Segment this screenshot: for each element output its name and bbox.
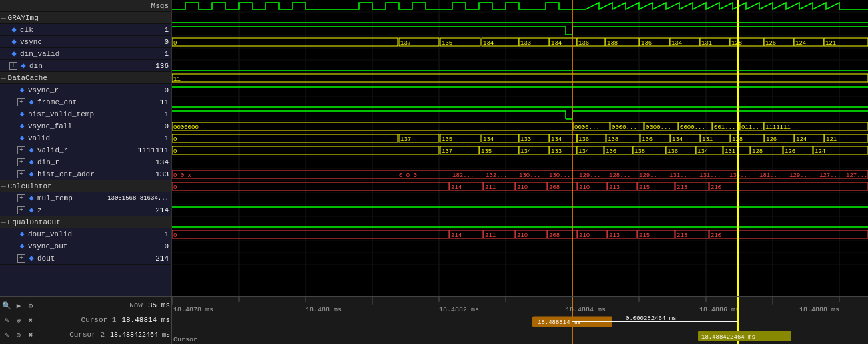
svg-text:136: 136: [578, 40, 589, 47]
svg-text:130...: 130...: [549, 172, 570, 179]
din-icon: ◆: [19, 61, 28, 71]
din-expand[interactable]: +: [9, 62, 17, 70]
group-datacache[interactable]: — DataCache: [0, 72, 171, 84]
clock-icon: ◆: [9, 25, 19, 35]
svg-text:138: 138: [608, 136, 618, 143]
settings-icon[interactable]: ⚙: [25, 300, 36, 311]
signal-vsync[interactable]: ◆ vsync 0: [0, 36, 171, 48]
svg-text:18.4882 ms: 18.4882 ms: [439, 306, 479, 313]
cursor2-icon2[interactable]: ⊕: [13, 329, 24, 340]
now-value: 35 ms: [148, 301, 170, 309]
svg-text:210: 210: [517, 232, 528, 239]
svg-text:134: 134: [551, 136, 562, 143]
signal-valid[interactable]: ◆ valid 1: [0, 132, 171, 144]
signal-hist-valid-temp[interactable]: ◆ hist_valid_temp 1: [0, 108, 171, 120]
svg-text:208: 208: [549, 232, 560, 239]
hist-valid-temp-value: 1: [130, 110, 170, 118]
dout-expand[interactable]: +: [17, 254, 25, 263]
sidebar-header: Msgs: [0, 0, 171, 12]
cursor1-icon1[interactable]: ✎: [1, 315, 12, 325]
signal-din-r[interactable]: + ◆ din_r 134: [0, 156, 171, 168]
signal-din[interactable]: + ◆ din 136: [0, 60, 171, 72]
svg-text:0: 0: [173, 136, 177, 143]
svg-text:210: 210: [579, 184, 590, 191]
vsync-r-icon: ◆: [17, 85, 27, 95]
signal-clk[interactable]: ◆ clk 1: [0, 24, 171, 36]
svg-text:0000...: 0000...: [646, 124, 671, 131]
cursor2-icon3[interactable]: ✖: [25, 329, 36, 340]
status-bar: 🔍 ▶ ⚙ Now 35 ms ✎ ⊕ ✖ Cursor 1 18.48814 …: [0, 296, 868, 344]
datacache-collapse-icon: —: [1, 74, 6, 82]
cursor1-icon2[interactable]: ⊕: [13, 315, 24, 325]
svg-text:135: 135: [442, 40, 452, 47]
signal-vsync-out[interactable]: ◆ vsync_out 0: [0, 240, 171, 252]
svg-text:124: 124: [795, 40, 806, 47]
svg-text:0: 0: [173, 184, 177, 191]
play-icon[interactable]: ▶: [13, 300, 24, 311]
signal-mul-temp[interactable]: + ◆ mul_temp 13061568 81634...: [0, 192, 171, 204]
din-r-expand[interactable]: +: [17, 158, 25, 166]
signal-dout[interactable]: + ◆ dout 214: [0, 252, 171, 265]
svg-text:136: 136: [641, 40, 652, 47]
status-left: 🔍 ▶ ⚙ Now 35 ms ✎ ⊕ ✖ Cursor 1 18.48814 …: [0, 297, 172, 344]
vsync-fall-value: 0: [130, 122, 170, 130]
svg-text:210: 210: [579, 232, 590, 239]
signal-dout-valid[interactable]: ◆ dout_valid 1: [0, 228, 171, 240]
signal-hist-cnt-addr[interactable]: + ◆ hist_cnt_addr 133: [0, 168, 171, 180]
signal-vsync-fall[interactable]: ◆ vsync_fall 0: [0, 120, 171, 132]
signal-frame-cnt[interactable]: + ◆ frame_cnt 11: [0, 96, 171, 108]
svg-text:0: 0: [173, 40, 177, 47]
svg-text:18.4884 ms: 18.4884 ms: [566, 306, 606, 313]
main-area: Msgs — GRAYImg ◆ clk 1 ◆ vsync 0 ◆ din_v…: [0, 0, 868, 296]
svg-text:129...: 129...: [579, 172, 600, 179]
vsync-icon: ◆: [9, 37, 19, 47]
frame-cnt-icon: ◆: [27, 98, 36, 107]
signal-vsync-r[interactable]: ◆ vsync_r 0: [0, 84, 171, 96]
mul-temp-value: 13061568 81634...: [107, 195, 170, 202]
signal-z[interactable]: + ◆ z 214: [0, 204, 171, 216]
valid-r-expand[interactable]: +: [17, 146, 25, 154]
cursor1-icon3[interactable]: ✖: [25, 315, 36, 325]
frame-cnt-expand[interactable]: +: [17, 98, 25, 106]
calc-collapse-icon: —: [1, 182, 6, 190]
svg-text:0000000: 0000000: [173, 124, 199, 131]
svg-text:128: 128: [731, 40, 742, 47]
dout-valid-value: 1: [130, 230, 170, 238]
svg-text:18.488422464 ms: 18.488422464 ms: [701, 334, 755, 341]
waveform-area[interactable]: 0 137 135 134 133 134 136 138 136 134 13…: [172, 0, 868, 296]
vsync-name: vsync: [20, 38, 130, 46]
svg-text:210: 210: [711, 184, 721, 191]
svg-text:127...: 127...: [846, 172, 867, 179]
svg-text:0 0 x: 0 0 x: [173, 172, 191, 179]
zoom-in-icon[interactable]: 🔍: [1, 300, 12, 311]
status-row-cursor1: ✎ ⊕ ✖ Cursor 1 18.48814 ms: [1, 313, 170, 327]
svg-text:133: 133: [520, 136, 531, 143]
signal-din-valid[interactable]: ◆ din_valid 1: [0, 48, 171, 60]
z-expand[interactable]: +: [17, 206, 25, 214]
svg-text:138: 138: [634, 148, 645, 155]
hist-cnt-addr-value: 133: [130, 170, 170, 178]
vsync-fall-name: vsync_fall: [28, 122, 130, 130]
signal-valid-r[interactable]: + ◆ valid_r 1111111: [0, 144, 171, 156]
group-grayimg[interactable]: — GRAYImg: [0, 12, 171, 24]
hist-cnt-addr-expand[interactable]: +: [17, 170, 25, 178]
svg-text:133...: 133...: [729, 172, 751, 179]
vsync-fall-icon: ◆: [17, 122, 27, 131]
svg-text:133: 133: [551, 148, 562, 155]
cursor2-icon1[interactable]: ✎: [1, 329, 12, 340]
group-calculator[interactable]: — Calculator: [0, 180, 171, 192]
svg-text:131: 131: [701, 40, 712, 47]
group-grayimg-label: GRAYImg: [8, 14, 170, 22]
clk-value: 1: [130, 26, 170, 34]
svg-text:001...: 001...: [714, 124, 735, 131]
svg-text:134: 134: [551, 40, 562, 47]
frame-cnt-value: 11: [130, 98, 170, 106]
svg-text:213: 213: [677, 232, 687, 239]
group-equaldataout[interactable]: — EqualDataOut: [0, 216, 171, 228]
din-valid-icon: ◆: [9, 49, 19, 59]
mul-temp-icon: ◆: [27, 194, 36, 203]
svg-text:126: 126: [766, 136, 777, 143]
svg-text:128...: 128...: [609, 172, 630, 179]
mul-temp-expand[interactable]: +: [17, 194, 25, 202]
valid-value: 1: [130, 134, 170, 142]
